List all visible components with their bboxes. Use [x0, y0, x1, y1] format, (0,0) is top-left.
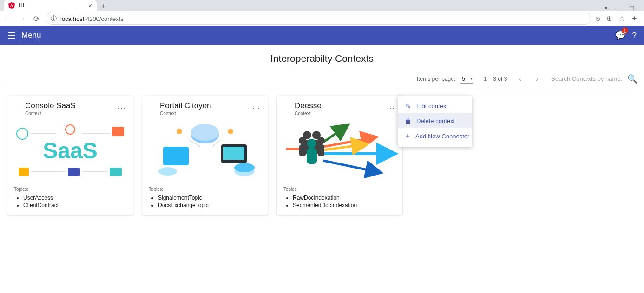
card-subtitle: Context	[25, 111, 76, 116]
delete-context-item[interactable]: 🗑 Delete context	[398, 113, 472, 128]
list-item: UserAccess	[23, 195, 126, 201]
card-title: Console SaaS	[25, 101, 76, 111]
browser-tab[interactable]: UI ×	[4, 0, 97, 11]
svg-point-33	[307, 139, 316, 148]
svg-point-17	[234, 163, 255, 172]
page-content: Interoperabilty Contexts Items per page:…	[0, 45, 644, 293]
translate-icon[interactable]: ⎋	[596, 14, 600, 23]
plus-icon: ＋	[404, 132, 411, 140]
card-menu-icon[interactable]: ⋯	[252, 101, 261, 116]
list-item: RawDocIndexation	[293, 195, 396, 201]
svg-line-26	[323, 126, 347, 142]
svg-point-35	[299, 137, 306, 144]
reload-icon[interactable]: ⟳	[32, 14, 41, 23]
forward-icon[interactable]: →	[18, 14, 27, 23]
context-card: Deesse Context ⋯	[277, 96, 402, 215]
window-controls: ● — ◻	[604, 4, 640, 11]
back-icon[interactable]: ←	[4, 14, 13, 23]
svg-rect-3	[19, 168, 29, 176]
tab-strip: UI × + ● — ◻	[0, 0, 644, 11]
range-label: 1 – 3 of 3	[484, 76, 507, 82]
next-page-icon[interactable]: ›	[534, 75, 540, 83]
items-per-page-label: Items per page:	[417, 76, 455, 82]
list-item: DocsExchangeTopic	[158, 202, 261, 208]
svg-rect-4	[110, 168, 122, 176]
minimize-icon[interactable]: —	[615, 4, 622, 11]
svg-text:SaaS: SaaS	[43, 138, 97, 163]
svg-point-6	[66, 125, 75, 134]
chat-icon[interactable]: 💬 1	[615, 30, 625, 40]
list-controls: Items per page: 5 1 – 3 of 3 ‹ › 🔍	[6, 71, 638, 87]
url-host: localhost	[60, 15, 84, 22]
app-header: ☰ Menu 💬 1 ?	[0, 26, 644, 45]
notification-badge: 1	[622, 27, 628, 34]
svg-rect-5	[68, 168, 80, 176]
svg-point-37	[317, 137, 325, 144]
search-input[interactable]	[550, 74, 624, 84]
hamburger-icon[interactable]: ☰	[7, 30, 16, 41]
topics-label: Topics:	[142, 184, 268, 194]
trash-icon: 🗑	[404, 117, 412, 124]
topics-label: Topics:	[277, 184, 402, 194]
svg-rect-34	[307, 148, 317, 164]
browser-chrome: UI × + ● — ◻ ← → ⟳ ⓘ localhost:4200/cont…	[0, 0, 644, 26]
svg-rect-1	[17, 128, 28, 139]
svg-rect-36	[299, 144, 306, 156]
maximize-icon[interactable]: ◻	[629, 4, 635, 11]
items-per-page: Items per page: 5	[417, 75, 473, 84]
page-title: Interoperabilty Contexts	[6, 49, 638, 71]
cards-grid: Console SaaS Context ⋯ SaaS	[6, 87, 638, 223]
svg-line-24	[323, 137, 375, 147]
menu-item-label: Edit context	[416, 103, 448, 110]
svg-point-19	[177, 129, 182, 134]
url-path: :4200/contexts	[84, 15, 124, 22]
new-tab-button[interactable]: +	[97, 1, 110, 11]
tab-title: UI	[19, 2, 24, 9]
svg-point-12	[191, 124, 219, 141]
pencil-icon: ✎	[404, 102, 412, 110]
close-tab-icon[interactable]: ×	[88, 2, 92, 9]
add-connector-item[interactable]: ＋ Add New Connector	[398, 128, 472, 144]
account-icon[interactable]: ●	[604, 4, 608, 11]
edit-context-item[interactable]: ✎ Edit context	[398, 98, 472, 113]
topics-label: Topics:	[7, 184, 133, 194]
svg-line-25	[323, 161, 379, 172]
angular-icon	[8, 2, 15, 9]
search-icon[interactable]: 🔍	[627, 74, 637, 84]
card-menu-icon[interactable]: ⋯	[117, 101, 126, 116]
omnibox[interactable]: ⓘ localhost:4200/contexts	[46, 13, 591, 25]
topics-list: UserAccess ClientContract	[7, 195, 133, 208]
topics-list: RawDocIndexation SegmentedDocIndexation	[277, 195, 402, 208]
card-illustration	[142, 119, 268, 184]
card-title: Deesse	[295, 101, 322, 111]
star-icon[interactable]: ☆	[619, 14, 625, 23]
svg-point-20	[228, 129, 233, 134]
svg-rect-38	[318, 144, 324, 156]
address-bar: ← → ⟳ ⓘ localhost:4200/contexts ⎋ ⊕ ☆ ✦	[0, 11, 644, 26]
card-illustration: SaaS	[7, 119, 133, 184]
topics-list: SignalementTopic DocsExchangeTopic	[142, 195, 268, 208]
list-item: SegmentedDocIndexation	[293, 202, 396, 208]
card-illustration	[277, 119, 402, 184]
menu-item-label: Add New Connector	[415, 133, 469, 140]
extensions-icon[interactable]: ✦	[631, 14, 637, 23]
card-context-menu: ✎ Edit context 🗑 Delete context ＋ Add Ne…	[398, 96, 472, 147]
svg-rect-13	[163, 147, 189, 165]
prev-page-icon[interactable]: ‹	[517, 75, 523, 83]
card-subtitle: Context	[160, 111, 211, 116]
help-icon[interactable]: ?	[632, 31, 637, 40]
menu-item-label: Delete context	[416, 117, 455, 124]
svg-rect-2	[112, 127, 124, 136]
context-card: Portail Citoyen Context ⋯	[142, 96, 268, 215]
menu-label: Menu	[21, 31, 41, 40]
list-item: SignalementTopic	[158, 195, 261, 201]
context-card: Console SaaS Context ⋯ SaaS	[7, 96, 133, 215]
zoom-icon[interactable]: ⊕	[606, 14, 612, 23]
list-item: ClientContract	[23, 202, 126, 208]
site-info-icon[interactable]: ⓘ	[51, 14, 57, 23]
card-subtitle: Context	[295, 111, 322, 116]
items-per-page-select[interactable]: 5	[460, 75, 473, 84]
card-menu-icon[interactable]: ⋯	[387, 101, 396, 116]
svg-rect-15	[223, 147, 244, 160]
svg-point-18	[158, 167, 177, 176]
